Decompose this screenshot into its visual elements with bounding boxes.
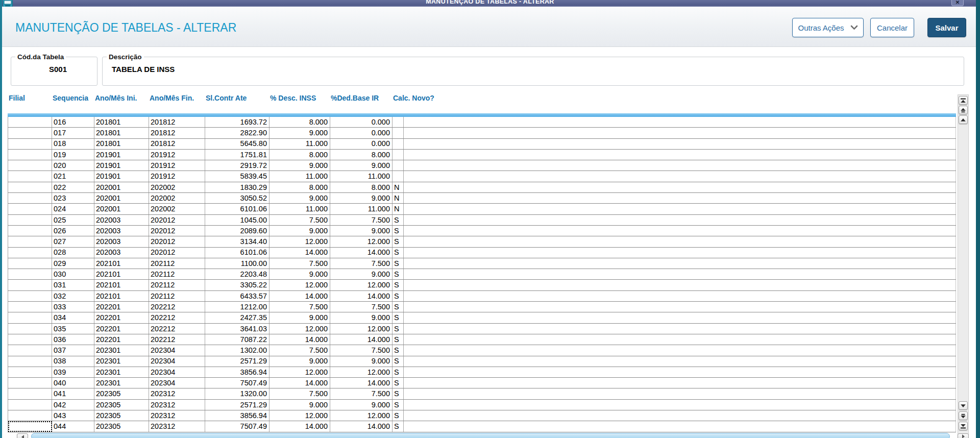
table-cell[interactable]: 8.000 (270, 117, 330, 128)
table-cell[interactable] (8, 334, 52, 345)
table-cell[interactable]: 1045.00 (205, 214, 270, 225)
table-cell[interactable]: S (393, 247, 404, 258)
table-cell[interactable]: 028 (52, 247, 94, 258)
table-cell[interactable]: S (393, 345, 404, 356)
table-cell[interactable] (8, 182, 52, 192)
table-cell[interactable]: 3050.52 (205, 193, 270, 204)
table-cell[interactable]: S (393, 356, 404, 367)
table-cell[interactable]: 202312 (149, 399, 205, 410)
table-cell[interactable] (8, 225, 52, 236)
table-cell[interactable] (8, 258, 52, 269)
table-cell[interactable]: 1100.00 (205, 258, 270, 269)
table-cell[interactable]: 8.000 (330, 182, 393, 192)
table-row[interactable]: 0422023052023122571.299.0009.000S (8, 399, 956, 410)
table-cell[interactable] (393, 138, 404, 149)
table-cell[interactable]: 14.000 (270, 378, 330, 388)
table-cell[interactable]: 6433.57 (205, 290, 270, 301)
table-row[interactable]: 0322021012021126433.5714.00014.000S (8, 290, 956, 301)
table-cell[interactable] (8, 269, 52, 280)
table-cell[interactable]: 14.000 (270, 421, 330, 432)
table-cell[interactable] (393, 149, 404, 160)
table-row[interactable]: 0392023012023043856.9412.00012.000S (8, 367, 956, 377)
table-cell[interactable]: 202305 (94, 388, 149, 399)
table-row[interactable]: 0162018012018121693.728.0000.000 (8, 117, 956, 128)
table-cell[interactable] (8, 214, 52, 225)
table-row[interactable]: 0312021012021123305.2212.00012.000S (8, 280, 956, 290)
column-header[interactable]: Sequencia (52, 92, 94, 102)
table-cell[interactable]: 12.000 (270, 367, 330, 377)
table-cell[interactable]: 202201 (94, 334, 149, 345)
table-row[interactable]: 0272020032020123134.4012.00012.000S (8, 236, 956, 247)
column-header[interactable]: Filial (8, 92, 52, 102)
table-cell[interactable]: 202002 (149, 182, 205, 192)
table-cell[interactable]: 14.000 (330, 378, 393, 388)
table-cell[interactable]: 7507.49 (205, 421, 270, 432)
table-cell[interactable] (8, 280, 52, 290)
h-scroll-left-button[interactable] (17, 433, 28, 438)
column-header[interactable]: Sl.Contr Ate (205, 92, 269, 102)
table-cell[interactable]: 2203.48 (205, 269, 270, 280)
table-cell[interactable]: 3305.22 (205, 280, 270, 290)
table-cell[interactable]: S (393, 280, 404, 290)
table-row[interactable]: 0222020012020021830.298.0008.000N (8, 182, 956, 192)
table-cell[interactable]: 202001 (94, 193, 149, 204)
table-cell[interactable]: 12.000 (270, 323, 330, 334)
table-cell[interactable]: 202301 (94, 345, 149, 356)
table-cell[interactable]: 038 (52, 356, 94, 367)
table-row[interactable]: 0382023012023042571.299.0009.000S (8, 356, 956, 367)
table-cell[interactable]: 201901 (94, 171, 149, 182)
table-cell[interactable]: 202003 (94, 214, 149, 225)
h-scroll-thumb[interactable] (31, 433, 950, 438)
table-cell[interactable]: 9.000 (330, 269, 393, 280)
table-cell[interactable]: 044 (52, 421, 94, 432)
table-cell[interactable]: 025 (52, 214, 94, 225)
table-cell[interactable]: 11.000 (330, 171, 393, 182)
table-cell[interactable]: 202305 (94, 399, 149, 410)
table-cell[interactable]: 202012 (149, 247, 205, 258)
table-cell[interactable]: 201812 (149, 117, 205, 128)
table-cell[interactable] (8, 356, 52, 367)
table-cell[interactable] (8, 421, 52, 432)
table-cell[interactable]: 202001 (94, 182, 149, 192)
column-header[interactable]: %Ded.Base IR (330, 92, 392, 102)
table-cell[interactable]: S (393, 302, 404, 312)
table-cell[interactable]: 019 (52, 149, 94, 160)
table-cell[interactable]: 018 (52, 138, 94, 149)
table-cell[interactable]: 026 (52, 225, 94, 236)
table-row[interactable]: 0282020032020126101.0614.00014.000S (8, 247, 956, 258)
table-cell[interactable]: 033 (52, 302, 94, 312)
vertical-scrollbar[interactable] (958, 94, 969, 438)
table-cell[interactable]: 035 (52, 323, 94, 334)
table-cell[interactable]: 9.000 (270, 128, 330, 138)
scroll-top-button[interactable] (959, 96, 968, 105)
table-cell[interactable]: 202212 (149, 334, 205, 345)
table-cell[interactable]: 7.500 (270, 345, 330, 356)
table-cell[interactable]: 029 (52, 258, 94, 269)
column-header[interactable]: Ano/Mês Fin. (149, 92, 205, 102)
table-cell[interactable]: 9.000 (270, 399, 330, 410)
table-cell[interactable]: 022 (52, 182, 94, 192)
table-cell[interactable]: 9.000 (330, 312, 393, 323)
table-cell[interactable]: 7.500 (330, 302, 393, 312)
table-cell[interactable]: 12.000 (330, 410, 393, 421)
table-cell[interactable] (8, 312, 52, 323)
table-cell[interactable]: 1212.00 (205, 302, 270, 312)
table-row[interactable]: 0342022012022122427.359.0009.000S (8, 312, 956, 323)
table-row[interactable]: 0242020012020026101.0611.00011.000N (8, 204, 956, 214)
table-cell[interactable]: 202002 (149, 193, 205, 204)
table-cell[interactable]: 042 (52, 399, 94, 410)
close-button[interactable]: ✕ (951, 0, 964, 6)
table-cell[interactable]: 14.000 (330, 247, 393, 258)
table-cell[interactable]: 14.000 (330, 290, 393, 301)
table-cell[interactable] (8, 378, 52, 388)
table-cell[interactable]: 036 (52, 334, 94, 345)
table-row[interactable]: 0302021012021122203.489.0009.000S (8, 269, 956, 280)
table-cell[interactable]: S (393, 388, 404, 399)
table-row[interactable]: 0232020012020023050.529.0009.000N (8, 193, 956, 204)
table-cell[interactable]: 1751.81 (205, 149, 270, 160)
scroll-up-button[interactable] (959, 115, 968, 124)
table-cell[interactable]: 7.500 (270, 258, 330, 269)
table-cell[interactable]: S (393, 269, 404, 280)
table-cell[interactable]: N (393, 182, 404, 192)
table-cell[interactable]: S (393, 367, 404, 377)
